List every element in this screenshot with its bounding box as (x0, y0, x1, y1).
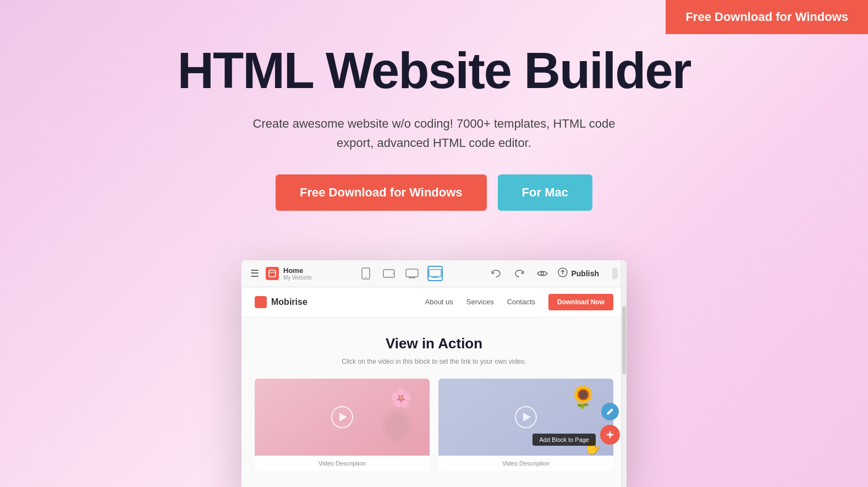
nav-link-contacts[interactable]: Contacts (507, 298, 535, 306)
preview-icon[interactable] (535, 266, 550, 281)
publish-icon (558, 267, 568, 280)
svg-rect-10 (429, 270, 441, 277)
small-desktop-view-icon[interactable] (404, 266, 420, 281)
home-page-label: Home My Website (283, 266, 312, 281)
redo-icon[interactable] (512, 266, 527, 281)
add-block-tooltip: Add Block to Page (532, 434, 596, 446)
video-description-1: Video Description (255, 456, 430, 471)
site-logo: Mobirise (255, 296, 425, 308)
undo-icon[interactable] (488, 266, 504, 281)
publish-label: Publish (571, 269, 599, 278)
add-fab-button[interactable] (600, 425, 620, 445)
site-logo-label: Mobirise (271, 297, 307, 307)
hero-title: HTML Website Builder (0, 44, 868, 97)
sunflower-decoration-icon: 🌻 (569, 384, 597, 410)
play-button-2[interactable] (515, 406, 537, 428)
toolbar-right: Publish (488, 266, 599, 281)
nav-link-services[interactable]: Services (466, 298, 494, 306)
floating-action-buttons (600, 403, 620, 445)
nav-link-about[interactable]: About us (425, 298, 453, 306)
site-content-subtitle: Click on the video in this block to set … (255, 358, 613, 365)
svg-rect-0 (269, 270, 276, 277)
home-page-icon (266, 267, 279, 280)
flower-decoration-icon: 🌸 (390, 387, 412, 408)
edit-fab-button[interactable] (601, 403, 619, 420)
svg-point-3 (365, 277, 366, 278)
home-nav-item[interactable]: Home My Website (266, 266, 312, 281)
video-grid: 🌸 Video Description 🌻 ✋ Video Descriptio… (255, 379, 613, 471)
site-navbar: Mobirise About us Services Contacts Down… (241, 287, 627, 318)
site-logo-icon (255, 296, 267, 308)
svg-point-14 (541, 272, 544, 275)
site-nav-links: About us Services Contacts Download Now (425, 294, 614, 310)
svg-rect-6 (406, 269, 418, 277)
play-triangle-2 (523, 413, 531, 422)
cta-buttons: Free Download for Windows For Mac (0, 174, 868, 211)
svg-point-5 (393, 273, 394, 274)
app-preview-window: ☰ Home My Website (241, 260, 627, 487)
site-nav-cta-button[interactable]: Download Now (548, 294, 613, 310)
scrollbar-thumb (622, 306, 626, 375)
toolbar-scroll-indicator (612, 268, 618, 279)
video-card-2[interactable]: 🌻 ✋ Video Description (438, 379, 613, 471)
play-button-1[interactable] (331, 406, 353, 428)
app-toolbar: ☰ Home My Website (241, 260, 627, 287)
hamburger-icon[interactable]: ☰ (250, 267, 259, 280)
mobile-view-icon[interactable] (358, 266, 373, 281)
video-description-2: Video Description (438, 456, 613, 471)
download-mac-button[interactable]: For Mac (498, 174, 592, 211)
hero-section: HTML Website Builder Create awesome webs… (0, 0, 868, 260)
tablet-view-icon[interactable] (381, 266, 397, 281)
play-triangle-1 (339, 413, 347, 422)
hero-subtitle: Create awesome website w/o coding! 7000+… (241, 114, 627, 152)
download-windows-button[interactable]: Free Download for Windows (276, 174, 487, 211)
preview-scrollbar[interactable] (621, 260, 627, 487)
top-download-button[interactable]: Free Download for Windows (666, 0, 868, 34)
site-content-title: View in Action (255, 335, 613, 352)
publish-button[interactable]: Publish (558, 267, 599, 280)
site-content: View in Action Click on the video in thi… (241, 318, 627, 487)
toolbar-view-icons (321, 266, 480, 281)
video-card-1[interactable]: 🌸 Video Description (255, 379, 430, 471)
desktop-view-icon[interactable] (427, 266, 443, 281)
toolbar-left: ☰ Home My Website (250, 266, 312, 281)
video-thumbnail-1: 🌸 (255, 379, 430, 456)
